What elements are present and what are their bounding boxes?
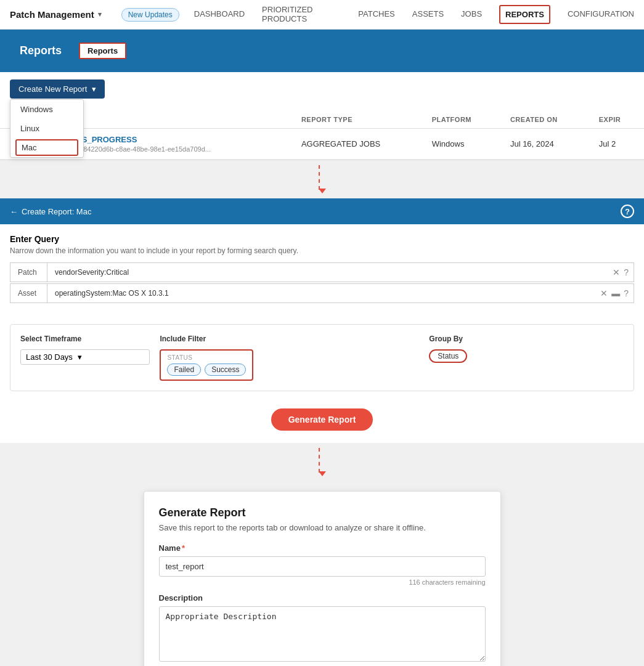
enter-query-title: Enter Query	[10, 234, 634, 244]
group-by-label: Group By	[429, 335, 624, 343]
reports-table: REPORT NAME REPORT TYPE PLATFORM CREATED…	[0, 111, 644, 160]
name-section: Name* 116 characters remaining	[159, 543, 486, 586]
brand-chevron-icon: ▾	[98, 10, 102, 18]
patch-label: Patch	[10, 263, 47, 282]
expir-cell: Jul 2	[589, 129, 644, 160]
top-nav: Patch Management ▾ New Updates DASHBOARD…	[0, 0, 644, 30]
generate-btn-container: Generate Report	[0, 401, 644, 443]
dropdown-linux[interactable]: Linux	[10, 119, 83, 138]
asset-value: operatingSystem:Mac OS X 10.3.1	[47, 284, 595, 303]
timeframe-chevron-icon: ▾	[78, 352, 82, 362]
col-platform: PLATFORM	[422, 111, 500, 129]
nav-assets[interactable]: ASSETS	[412, 1, 444, 28]
reports-page-title: Reports	[10, 37, 71, 65]
nav-prioritized-products[interactable]: PRIORITIZED PRODUCTS	[262, 0, 341, 33]
asset-query-row: Asset operatingSystem:Mac OS X 10.3.1 ✕ …	[10, 283, 634, 303]
name-input[interactable]	[159, 556, 486, 577]
include-filter-section: Include Filter STATUS Failed Success	[160, 335, 419, 381]
description-section: Description Appropriate Description	[159, 593, 486, 664]
generate-report-button[interactable]: Generate Report	[271, 408, 373, 431]
description-textarea[interactable]: Appropriate Description	[159, 606, 486, 662]
nav-reports[interactable]: REPORTS	[499, 5, 550, 24]
col-expir: EXPIR	[589, 111, 644, 129]
nav-jobs[interactable]: JOBS	[461, 1, 482, 28]
dialog-description: Save this report to the reports tab or d…	[159, 523, 486, 532]
asset-help-icon[interactable]: ?	[624, 288, 629, 298]
report-type-cell: AGGREGATED JOBS	[291, 129, 422, 160]
nav-configuration[interactable]: CONFIGURATION	[568, 1, 634, 28]
create-report-dropdown: Windows Linux Mac	[10, 99, 84, 158]
dropdown-mac[interactable]: Mac	[15, 139, 78, 156]
enter-query-desc: Narrow down the information you want to …	[10, 246, 634, 255]
new-updates-button[interactable]: New Updates	[121, 8, 179, 22]
nav-dashboard[interactable]: DASHBOARD	[194, 1, 245, 28]
create-report-title: Create Report: Mac	[22, 207, 91, 216]
reports-tab-button[interactable]: Reports	[79, 43, 126, 59]
table-area: Create New Report ▾ Windows Linux Mac RE…	[0, 72, 644, 160]
patch-query-row: Patch vendorSeverity:Critical ✕ ?	[10, 262, 634, 282]
include-filter-box: STATUS Failed Success	[160, 349, 253, 381]
name-required: *	[182, 543, 185, 553]
filter-area: Select Timeframe Last 30 Days ▾ Include …	[10, 324, 634, 391]
patch-help-icon[interactable]: ?	[624, 267, 629, 277]
create-btn-chevron-icon: ▾	[92, 84, 96, 94]
group-by-section: Group By Status	[429, 335, 624, 381]
create-report-header: ← Create Report: Mac ?	[0, 198, 644, 224]
timeframe-section: Select Timeframe Last 30 Days ▾	[20, 335, 150, 381]
patch-clear-icon[interactable]: ✕	[613, 267, 620, 277]
generate-report-dialog: Generate Report Save this report to the …	[144, 491, 501, 666]
platform-cell: Windows	[422, 129, 500, 160]
patch-value: vendorSeverity:Critical	[47, 263, 608, 282]
col-report-type: REPORT TYPE	[291, 111, 422, 129]
filter-tags: Failed Success	[167, 363, 246, 376]
timeframe-value: Last 30 Days	[26, 352, 73, 362]
dashed-arrow-1	[0, 160, 644, 198]
asset-minus-icon[interactable]: ▬	[611, 288, 620, 298]
filter-tag-success[interactable]: Success	[205, 363, 246, 376]
timeframe-label: Select Timeframe	[20, 335, 150, 343]
nav-patches[interactable]: PATCHES	[358, 1, 394, 28]
created-on-cell: Jul 16, 2024	[500, 129, 589, 160]
dialog-title: Generate Report	[159, 506, 486, 519]
dashed-line-2	[319, 448, 320, 473]
timeframe-select[interactable]: Last 30 Days ▾	[20, 349, 150, 365]
help-button[interactable]: ?	[621, 205, 634, 218]
char-count: 116 characters remaining	[159, 579, 486, 586]
back-button[interactable]: ← Create Report: Mac	[10, 207, 91, 216]
dashed-arrow-2	[0, 443, 644, 481]
back-icon: ←	[10, 207, 18, 216]
dropdown-windows[interactable]: Windows	[10, 100, 83, 119]
description-label: Description	[159, 593, 486, 603]
create-btn-label: Create New Report	[18, 84, 87, 94]
asset-label: Asset	[10, 284, 47, 303]
col-created-on: CREATED ON	[500, 111, 589, 129]
dashed-line-1	[319, 165, 320, 190]
patch-actions: ✕ ?	[608, 267, 634, 277]
filter-tag-failed[interactable]: Failed	[167, 363, 201, 376]
group-by-tag[interactable]: Status	[429, 349, 467, 363]
create-report-section: ← Create Report: Mac ? Enter Query Narro…	[0, 198, 644, 443]
create-btn-container: Create New Report ▾ Windows Linux Mac	[0, 72, 644, 106]
nav-links: DASHBOARD PRIORITIZED PRODUCTS PATCHES A…	[194, 0, 634, 33]
query-body: Enter Query Narrow down the information …	[0, 224, 644, 314]
reports-header-bar: Reports Reports	[0, 30, 644, 72]
brand: Patch Management ▾	[10, 9, 102, 20]
status-label: STATUS	[167, 354, 246, 361]
brand-name: Patch Management	[10, 9, 94, 20]
asset-actions: ✕ ▬ ?	[595, 288, 634, 298]
table-row[interactable]: AGGREGATE_JOBS_PROGRESS Aggregate Jobs R…	[0, 129, 644, 160]
asset-clear-icon[interactable]: ✕	[600, 288, 608, 298]
name-label: Name*	[159, 543, 486, 553]
include-filter-label: Include Filter	[160, 335, 419, 343]
create-new-report-button[interactable]: Create New Report ▾	[10, 79, 105, 99]
